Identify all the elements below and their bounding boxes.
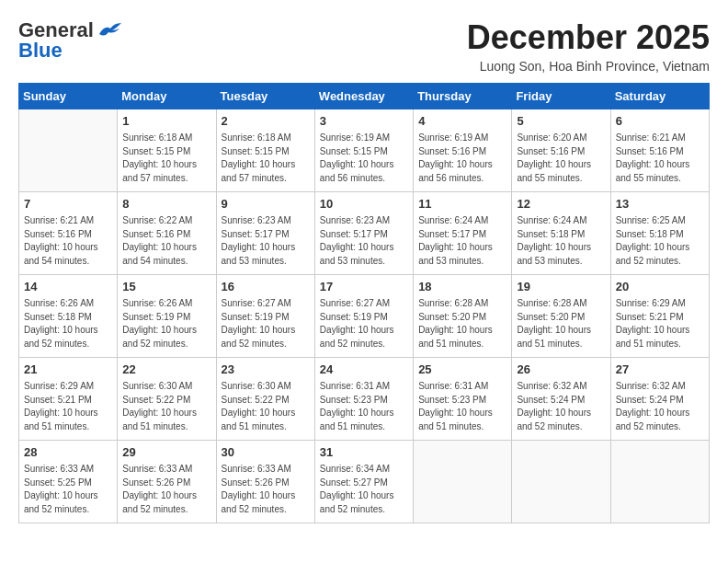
day-number: 6 <box>616 113 704 130</box>
day-info: Sunrise: 6:26 AM Sunset: 5:19 PM Dayligh… <box>122 297 210 350</box>
day-number: 20 <box>616 279 704 295</box>
day-number: 18 <box>418 279 506 295</box>
logo-bird-icon <box>97 21 123 40</box>
day-info: Sunrise: 6:30 AM Sunset: 5:22 PM Dayligh… <box>122 380 210 433</box>
day-number: 11 <box>418 196 506 213</box>
day-number: 29 <box>122 444 210 461</box>
calendar-cell: 15Sunrise: 6:26 AM Sunset: 5:19 PM Dayli… <box>118 275 216 358</box>
month-title: December 2025 <box>467 18 710 57</box>
weekday-header-thursday: Thursday <box>414 84 512 109</box>
day-number: 16 <box>222 279 310 295</box>
calendar-cell: 10Sunrise: 6:23 AM Sunset: 5:17 PM Dayli… <box>314 192 413 275</box>
day-info: Sunrise: 6:23 AM Sunset: 5:17 PM Dayligh… <box>222 214 310 268</box>
day-number: 23 <box>222 362 310 378</box>
day-number: 1 <box>122 113 210 130</box>
calendar-cell <box>19 109 118 192</box>
day-number: 8 <box>122 196 210 213</box>
day-info: Sunrise: 6:31 AM Sunset: 5:23 PM Dayligh… <box>418 380 506 433</box>
calendar-cell: 7Sunrise: 6:21 AM Sunset: 5:16 PM Daylig… <box>19 192 118 275</box>
calendar-cell: 5Sunrise: 6:20 AM Sunset: 5:16 PM Daylig… <box>512 109 610 192</box>
calendar-week-1: 1Sunrise: 6:18 AM Sunset: 5:15 PM Daylig… <box>19 109 710 192</box>
day-info: Sunrise: 6:33 AM Sunset: 5:25 PM Dayligh… <box>24 463 112 516</box>
calendar-cell: 11Sunrise: 6:24 AM Sunset: 5:17 PM Dayli… <box>414 192 512 275</box>
day-info: Sunrise: 6:29 AM Sunset: 5:21 PM Dayligh… <box>24 380 112 433</box>
calendar-cell: 1Sunrise: 6:18 AM Sunset: 5:15 PM Daylig… <box>118 109 216 192</box>
day-info: Sunrise: 6:23 AM Sunset: 5:17 PM Dayligh… <box>320 214 408 268</box>
calendar-cell: 28Sunrise: 6:33 AM Sunset: 5:25 PM Dayli… <box>19 441 118 523</box>
calendar-cell: 25Sunrise: 6:31 AM Sunset: 5:23 PM Dayli… <box>414 358 512 441</box>
weekday-header-row: SundayMondayTuesdayWednesdayThursdayFrid… <box>19 84 710 109</box>
logo-blue: Blue <box>18 39 63 63</box>
calendar-cell: 17Sunrise: 6:27 AM Sunset: 5:19 PM Dayli… <box>314 275 413 358</box>
weekday-header-wednesday: Wednesday <box>314 84 413 109</box>
day-info: Sunrise: 6:20 AM Sunset: 5:16 PM Dayligh… <box>517 132 605 185</box>
calendar-cell: 4Sunrise: 6:19 AM Sunset: 5:16 PM Daylig… <box>414 109 512 192</box>
calendar-cell: 16Sunrise: 6:27 AM Sunset: 5:19 PM Dayli… <box>216 275 314 358</box>
day-info: Sunrise: 6:28 AM Sunset: 5:20 PM Dayligh… <box>517 297 605 350</box>
calendar-cell: 24Sunrise: 6:31 AM Sunset: 5:23 PM Dayli… <box>314 358 413 441</box>
calendar-cell: 3Sunrise: 6:19 AM Sunset: 5:15 PM Daylig… <box>314 109 413 192</box>
calendar-cell: 26Sunrise: 6:32 AM Sunset: 5:24 PM Dayli… <box>512 358 610 441</box>
calendar-cell: 12Sunrise: 6:24 AM Sunset: 5:18 PM Dayli… <box>512 192 610 275</box>
day-info: Sunrise: 6:33 AM Sunset: 5:26 PM Dayligh… <box>222 463 310 516</box>
day-info: Sunrise: 6:19 AM Sunset: 5:15 PM Dayligh… <box>320 132 408 185</box>
calendar-cell: 2Sunrise: 6:18 AM Sunset: 5:15 PM Daylig… <box>216 109 314 192</box>
calendar-cell: 23Sunrise: 6:30 AM Sunset: 5:22 PM Dayli… <box>216 358 314 441</box>
day-info: Sunrise: 6:30 AM Sunset: 5:22 PM Dayligh… <box>222 380 310 433</box>
weekday-header-sunday: Sunday <box>19 84 118 109</box>
day-number: 2 <box>222 113 310 130</box>
weekday-header-saturday: Saturday <box>610 84 709 109</box>
day-number: 21 <box>24 362 112 378</box>
day-info: Sunrise: 6:19 AM Sunset: 5:16 PM Dayligh… <box>418 132 506 185</box>
day-number: 13 <box>616 196 704 213</box>
calendar-week-2: 7Sunrise: 6:21 AM Sunset: 5:16 PM Daylig… <box>19 192 710 275</box>
calendar-cell: 19Sunrise: 6:28 AM Sunset: 5:20 PM Dayli… <box>512 275 610 358</box>
day-number: 28 <box>24 444 112 461</box>
day-info: Sunrise: 6:28 AM Sunset: 5:20 PM Dayligh… <box>418 297 506 350</box>
calendar-cell: 20Sunrise: 6:29 AM Sunset: 5:21 PM Dayli… <box>610 275 709 358</box>
day-info: Sunrise: 6:24 AM Sunset: 5:17 PM Dayligh… <box>418 214 506 268</box>
calendar-week-5: 28Sunrise: 6:33 AM Sunset: 5:25 PM Dayli… <box>19 441 710 523</box>
calendar-cell: 13Sunrise: 6:25 AM Sunset: 5:18 PM Dayli… <box>610 192 709 275</box>
day-number: 24 <box>320 362 408 378</box>
day-info: Sunrise: 6:27 AM Sunset: 5:19 PM Dayligh… <box>222 297 310 350</box>
day-info: Sunrise: 6:25 AM Sunset: 5:18 PM Dayligh… <box>616 214 704 268</box>
day-info: Sunrise: 6:31 AM Sunset: 5:23 PM Dayligh… <box>320 380 408 433</box>
day-info: Sunrise: 6:32 AM Sunset: 5:24 PM Dayligh… <box>517 380 605 433</box>
day-info: Sunrise: 6:18 AM Sunset: 5:15 PM Dayligh… <box>222 132 310 185</box>
day-number: 12 <box>517 196 605 213</box>
day-number: 22 <box>122 362 210 378</box>
day-number: 17 <box>320 279 408 295</box>
calendar-cell: 21Sunrise: 6:29 AM Sunset: 5:21 PM Dayli… <box>19 358 118 441</box>
weekday-header-friday: Friday <box>512 84 610 109</box>
calendar-week-4: 21Sunrise: 6:29 AM Sunset: 5:21 PM Dayli… <box>19 358 710 441</box>
day-number: 14 <box>24 279 112 295</box>
day-number: 15 <box>122 279 210 295</box>
calendar-cell <box>414 441 512 523</box>
location-subtitle: Luong Son, Hoa Binh Province, Vietnam <box>467 59 710 74</box>
day-number: 27 <box>616 362 704 378</box>
page-header: General Blue December 2025 Luong Son, Ho… <box>18 18 710 74</box>
day-info: Sunrise: 6:18 AM Sunset: 5:15 PM Dayligh… <box>122 132 210 185</box>
calendar-cell: 18Sunrise: 6:28 AM Sunset: 5:20 PM Dayli… <box>414 275 512 358</box>
weekday-header-monday: Monday <box>118 84 216 109</box>
day-number: 26 <box>517 362 605 378</box>
day-info: Sunrise: 6:21 AM Sunset: 5:16 PM Dayligh… <box>616 132 704 185</box>
calendar-cell <box>512 441 610 523</box>
day-number: 30 <box>222 444 310 461</box>
day-number: 7 <box>24 196 112 213</box>
day-number: 31 <box>320 444 408 461</box>
day-info: Sunrise: 6:21 AM Sunset: 5:16 PM Dayligh… <box>24 214 112 268</box>
day-number: 19 <box>517 279 605 295</box>
calendar-cell: 31Sunrise: 6:34 AM Sunset: 5:27 PM Dayli… <box>314 441 413 523</box>
day-info: Sunrise: 6:33 AM Sunset: 5:26 PM Dayligh… <box>122 463 210 516</box>
logo: General Blue <box>18 18 123 63</box>
day-info: Sunrise: 6:26 AM Sunset: 5:18 PM Dayligh… <box>24 297 112 350</box>
day-info: Sunrise: 6:24 AM Sunset: 5:18 PM Dayligh… <box>517 214 605 268</box>
title-block: December 2025 Luong Son, Hoa Binh Provin… <box>467 18 710 74</box>
day-number: 4 <box>418 113 506 130</box>
day-info: Sunrise: 6:22 AM Sunset: 5:16 PM Dayligh… <box>122 214 210 268</box>
calendar-week-3: 14Sunrise: 6:26 AM Sunset: 5:18 PM Dayli… <box>19 275 710 358</box>
calendar-cell: 27Sunrise: 6:32 AM Sunset: 5:24 PM Dayli… <box>610 358 709 441</box>
calendar-cell: 22Sunrise: 6:30 AM Sunset: 5:22 PM Dayli… <box>118 358 216 441</box>
